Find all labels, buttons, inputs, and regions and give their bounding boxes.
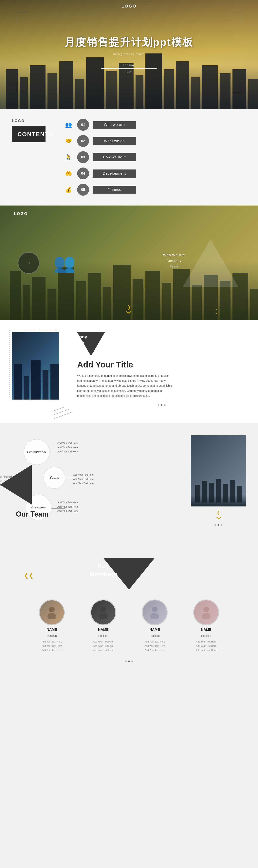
item-label-1: Who we are xyxy=(93,121,136,129)
contents-right: 👥 01 Who we are 🤝 02 What we do 🚴 03 How… xyxy=(63,119,246,196)
member-text-line: Add Your Text Here xyxy=(144,640,165,644)
company-image xyxy=(12,332,59,400)
whoweare-logo: LOGO xyxy=(14,212,28,216)
member-text-line: Add Your Text Here xyxy=(41,640,62,644)
team-arrow-down-1: ❮ xyxy=(217,510,220,515)
slide-whoweare: LOGO ○ 👥 Who We Are Company Team ❯ ❯ ⌄ ⌄ xyxy=(0,206,258,320)
contents-left: LOGO CONTENTS xyxy=(12,119,52,196)
team-circle-young: Young xyxy=(43,467,65,489)
team-text-line: Add Your Text Here xyxy=(57,500,78,505)
member-position-1: Position xyxy=(47,634,57,637)
contents-logo: LOGO xyxy=(12,119,25,123)
member-card-2: NAME Position Add Your Text Here Add You… xyxy=(82,599,125,653)
team-left: Our Team Professional Young Dreamers Add… xyxy=(12,435,183,534)
company-description: We are a company engaged in chemical raw… xyxy=(77,373,172,398)
team-title: Our Team xyxy=(16,510,49,518)
member-card-4: NAME Position Add Your Text Here Add You… xyxy=(184,599,228,653)
item-icon-4: 🤲 xyxy=(63,168,74,179)
member-text-line: Add Your Text Here xyxy=(93,644,114,648)
progress-pct: 100% xyxy=(125,70,133,73)
member-name-2: NAME xyxy=(98,628,108,632)
member-text-line: Add Your Text Here xyxy=(196,648,216,653)
team-circles: Professional Young Dreamers Add Your Tex… xyxy=(12,435,183,534)
member-position-4: Position xyxy=(201,634,211,637)
progress-fill xyxy=(101,68,157,69)
team-circle-professional: Professional xyxy=(24,439,50,465)
list-item: 🤲 04 Development xyxy=(63,167,246,179)
item-num-1: 01 xyxy=(77,119,89,131)
dot-1 xyxy=(125,660,127,662)
item-label-4: Development xyxy=(93,169,136,178)
svg-point-7 xyxy=(202,613,211,619)
item-num-3: 03 xyxy=(77,151,89,163)
double-down-arrows: ⌄ ⌄ xyxy=(215,307,219,314)
slide-hero: LOGO 月度销售提升计划ppt模板 designed by stars Loa… xyxy=(0,0,258,109)
item-icon-2: 🤝 xyxy=(63,136,74,146)
team-dots xyxy=(191,524,246,526)
avatar-svg-1 xyxy=(46,606,58,619)
svg-point-5 xyxy=(150,613,159,619)
add-title: Add Your Title xyxy=(77,360,246,369)
decorative-lines xyxy=(54,409,73,415)
avatar-svg-4 xyxy=(200,606,212,619)
dot-1 xyxy=(215,524,216,526)
team-text-block-3: Add Your Text Here Add Your Text Here Ad… xyxy=(57,500,78,514)
triangle-text-3: Team xyxy=(170,265,178,268)
triangle-text-1: Who We Are xyxy=(163,253,185,257)
hero-title: 月度销售提升计划ppt模板 xyxy=(65,35,194,49)
item-num-5: 05 xyxy=(77,184,89,196)
young-label: Young xyxy=(50,476,59,479)
triangle-outer xyxy=(183,239,238,287)
left-chevron-icon: ❮❮ xyxy=(24,572,34,579)
dreamers-label: Dreamers xyxy=(31,506,46,509)
team-text-block-2: Add Your Text Here Add Your Text Here Ad… xyxy=(73,473,94,486)
member-texts-1: Add Your Text Here Add Your Text Here Ad… xyxy=(41,640,62,653)
triangle-container: Who We Are Company Team xyxy=(183,239,238,287)
loading-label: Loading xyxy=(123,64,135,66)
team-text-line: Add Your Text Here xyxy=(57,450,78,454)
member-card-3: NAME Position Add Your Text Here Add You… xyxy=(133,599,176,653)
triangle-dark-container: CompanyProfile xyxy=(77,332,105,356)
svg-point-4 xyxy=(152,607,158,612)
svg-point-6 xyxy=(203,607,209,612)
member-avatar-1 xyxy=(39,599,65,625)
corner-bl xyxy=(16,81,28,93)
dot-3 xyxy=(131,660,133,662)
team-right: ❮ ❮ xyxy=(191,435,246,534)
team-left-triangle xyxy=(0,465,32,504)
svg-point-1 xyxy=(47,613,56,619)
member-texts-4: Add Your Text Here Add Your Text Here Ad… xyxy=(196,640,216,653)
item-num-2: 02 xyxy=(77,135,89,147)
company-right: CompanyProfile Add Your Title We are a c… xyxy=(77,332,246,411)
team-text-block-1: Add Your Text Here Add Your Text Here Ad… xyxy=(57,441,78,454)
list-item: 🚴 03 How we do it xyxy=(63,151,246,163)
dot-3 xyxy=(221,524,222,526)
slide-members: ❮❮ Key Members NAME Position xyxy=(0,546,258,675)
team-text-line: Add Your Text Here xyxy=(73,477,94,482)
member-card-1: NAME Position Add Your Text Here Add You… xyxy=(30,599,74,653)
team-down-arrows: ❮ ❮ xyxy=(191,510,246,520)
avatar-svg-2 xyxy=(97,606,109,619)
member-avatar-4 xyxy=(193,599,219,625)
member-avatar-inner-4 xyxy=(194,600,218,624)
chevron-icon-1: ❯ xyxy=(127,305,131,309)
hero-subtitle: designed by stars xyxy=(113,53,145,56)
team-text-line: Add Your Text Here xyxy=(57,509,78,514)
team-text-line: Add Your Text Here xyxy=(57,441,78,445)
profile-header: CompanyProfile xyxy=(77,332,246,356)
member-text-line: Add Your Text Here xyxy=(41,648,62,653)
member-name-3: NAME xyxy=(150,628,160,632)
members-grid: NAME Position Add Your Text Here Add You… xyxy=(12,599,246,653)
list-item: 💰 05 Finance xyxy=(63,184,246,196)
item-icon-5: 💰 xyxy=(63,185,74,195)
corner-br xyxy=(230,81,242,93)
avatar-svg-3 xyxy=(149,606,161,619)
member-texts-3: Add Your Text Here Add Your Text Here Ad… xyxy=(144,640,165,653)
members-dots xyxy=(12,660,246,662)
contents-box: CONTENTS xyxy=(12,126,45,142)
members-header: ❮❮ Key Members xyxy=(12,558,246,590)
svg-point-2 xyxy=(100,607,106,612)
member-avatar-inner-3 xyxy=(143,600,167,624)
member-text-line: Add Your Text Here xyxy=(196,640,216,644)
slide-contents: LOGO CONTENTS 👥 01 Who we are 🤝 02 What … xyxy=(0,109,258,206)
